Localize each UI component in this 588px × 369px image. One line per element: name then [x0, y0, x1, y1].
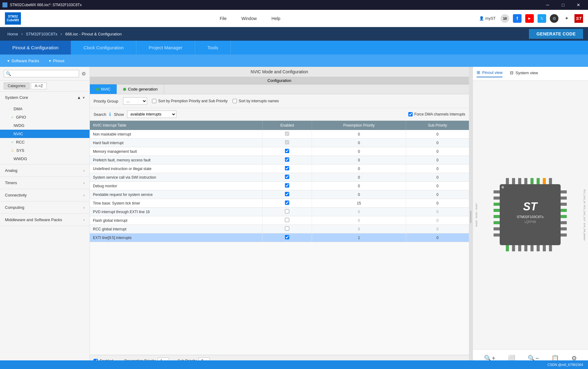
file-menu[interactable]: File: [217, 15, 229, 22]
tab-tools[interactable]: Tools: [195, 41, 231, 55]
sub-tab-pinout[interactable]: ▾ Pinout: [49, 59, 64, 63]
breadcrumb-project[interactable]: 666.ioc - Pinout & Configuration: [63, 30, 124, 38]
section-connectivity-header[interactable]: Connectivity ›: [0, 189, 90, 201]
sub-tab-software-packs[interactable]: ▾ Software Packs: [7, 59, 39, 63]
tab-pinout-config[interactable]: Pinout & Configuration: [0, 41, 71, 55]
generate-code-button[interactable]: GENERATE CODE: [529, 29, 583, 39]
network-icon[interactable]: ✦: [562, 14, 571, 23]
interrupt-enabled[interactable]: [262, 130, 312, 139]
interrupt-enabled[interactable]: [262, 182, 312, 190]
interrupt-name: PVD interrupt through EXTI line 16: [90, 208, 262, 216]
force-dma-checkbox[interactable]: [408, 112, 413, 116]
enabled-checkbox[interactable]: [285, 183, 289, 188]
youtube-icon[interactable]: ▶: [525, 14, 534, 23]
interrupt-enabled[interactable]: [262, 147, 312, 156]
nvic-tab-nvic[interactable]: NVIC: [90, 84, 117, 94]
enabled-checkbox[interactable]: [285, 209, 289, 213]
table-row[interactable]: Debug monitor00: [90, 182, 469, 190]
interrupt-enabled[interactable]: [262, 139, 312, 147]
interrupt-enabled[interactable]: [262, 225, 312, 233]
maximize-button[interactable]: □: [556, 0, 570, 10]
svg-rect-31: [561, 233, 567, 237]
interrupt-enabled[interactable]: [262, 233, 312, 242]
section-computing-header[interactable]: Computing ›: [0, 201, 90, 213]
section-system-core: System Core ▲ ▾ DMA ✓ GPIO: [0, 91, 90, 164]
help-menu[interactable]: Help: [269, 15, 283, 22]
section-analog-header[interactable]: Analog ›: [0, 164, 90, 176]
sidebar-item-iwdg[interactable]: IWDG: [0, 121, 90, 130]
table-row[interactable]: Undefined instruction or illegal state00: [90, 164, 469, 173]
facebook-icon[interactable]: f: [513, 14, 522, 23]
interrupt-name: Undefined instruction or illegal state: [90, 164, 262, 173]
enabled-checkbox[interactable]: [285, 192, 289, 196]
enabled-checkbox[interactable]: [285, 201, 289, 205]
panel-divider[interactable]: [469, 67, 473, 367]
priority-group-select[interactable]: ... Group 1 Group 2 Group 3 Group 4: [123, 97, 147, 105]
breadcrumb-chip[interactable]: STM32F103C8Tx: [23, 30, 60, 38]
interrupt-enabled[interactable]: [262, 173, 312, 182]
myst-button[interactable]: 👤 myST: [479, 16, 496, 21]
nvic-tab-code-gen[interactable]: Code generation: [117, 84, 164, 94]
enabled-checkbox[interactable]: [285, 218, 289, 222]
table-row[interactable]: System service call via SWI instruction0…: [90, 173, 469, 182]
tab-system-view[interactable]: ⊟ System view: [510, 70, 538, 77]
enabled-checkbox[interactable]: [285, 132, 289, 136]
col-sub-priority: Sub Priority: [406, 121, 469, 130]
enabled-checkbox[interactable]: [285, 140, 289, 144]
enabled-checkbox[interactable]: [285, 149, 289, 153]
svg-rect-14: [543, 245, 546, 251]
twitter-icon[interactable]: 𝕏: [538, 14, 546, 23]
interrupt-enabled[interactable]: [262, 199, 312, 208]
enabled-checkbox[interactable]: [285, 235, 289, 239]
sidebar-item-gpio[interactable]: ✓ GPIO: [0, 113, 90, 121]
interrupt-enabled[interactable]: [262, 190, 312, 199]
tab-pinout-view[interactable]: ⊞ Pinout view: [477, 70, 502, 77]
enabled-checkbox[interactable]: [285, 175, 289, 179]
enabled-checkbox[interactable]: [285, 157, 289, 162]
table-row[interactable]: Time base: System tick timer150: [90, 199, 469, 208]
interrupt-enabled[interactable]: [262, 216, 312, 225]
table-row[interactable]: Prefetch fault, memory access fault00: [90, 156, 469, 164]
window-menu[interactable]: Window: [239, 15, 259, 22]
rcc-indicator: ✓: [11, 140, 14, 144]
sidebar-item-dma[interactable]: DMA: [0, 105, 90, 113]
chevron-right-icon-4: ›: [83, 205, 85, 210]
interrupt-enabled[interactable]: [262, 164, 312, 173]
table-row[interactable]: Memory management fault00: [90, 147, 469, 156]
info-icon[interactable]: ℹ: [109, 112, 111, 117]
sort-names-checkbox[interactable]: [233, 99, 237, 103]
sort-preemption-checkbox[interactable]: [152, 99, 156, 103]
section-timers-header[interactable]: Timers ›: [0, 177, 90, 189]
tab-categories[interactable]: Categories: [4, 83, 30, 89]
close-button[interactable]: ✕: [571, 0, 586, 10]
tab-az[interactable]: A->Z: [31, 83, 47, 89]
table-row[interactable]: Pendable request for system service00: [90, 190, 469, 199]
sidebar-item-nvic[interactable]: NVIC: [0, 130, 90, 138]
drag-handle: [470, 211, 471, 223]
search-input-wrapper[interactable]: 🔍: [4, 70, 79, 77]
sidebar-item-sys[interactable]: ⚠ SYS: [0, 146, 90, 155]
breadcrumb-home[interactable]: Home: [5, 30, 21, 38]
enabled-checkbox[interactable]: [285, 166, 289, 170]
interrupt-enabled[interactable]: [262, 208, 312, 216]
section-middleware-header[interactable]: Middleware and Software Packs ›: [0, 214, 90, 226]
table-row[interactable]: RCC global interrupt00: [90, 225, 469, 233]
interrupt-enabled[interactable]: [262, 156, 312, 164]
sidebar-item-wwdg[interactable]: WWDG: [0, 155, 90, 163]
enabled-checkbox[interactable]: [285, 226, 289, 231]
table-row[interactable]: EXTI line[9:5] interrupts10: [90, 233, 469, 242]
settings-icon[interactable]: ⚙: [82, 71, 86, 77]
minimize-button[interactable]: ─: [541, 0, 555, 10]
table-row[interactable]: PVD interrupt through EXTI line 1600: [90, 208, 469, 216]
tab-project-manager[interactable]: Project Manager: [136, 41, 195, 55]
nvic-table-wrapper: NVIC Interrupt Table Enabled Preemption …: [90, 121, 469, 355]
table-row[interactable]: Flash global interrupt00: [90, 216, 469, 225]
table-row[interactable]: Non maskable interrupt00: [90, 130, 469, 139]
tab-clock-config[interactable]: Clock Configuration: [71, 41, 136, 55]
section-system-core-header[interactable]: System Core ▲ ▾: [0, 91, 90, 103]
sidebar-item-rcc[interactable]: ✓ RCC: [0, 138, 90, 146]
github-icon[interactable]: ⊙: [550, 14, 558, 23]
sidebar-search-input[interactable]: [11, 71, 77, 76]
show-select[interactable]: available interrupts all interrupts: [127, 111, 176, 118]
table-row[interactable]: Hard fault interrupt00: [90, 139, 469, 147]
